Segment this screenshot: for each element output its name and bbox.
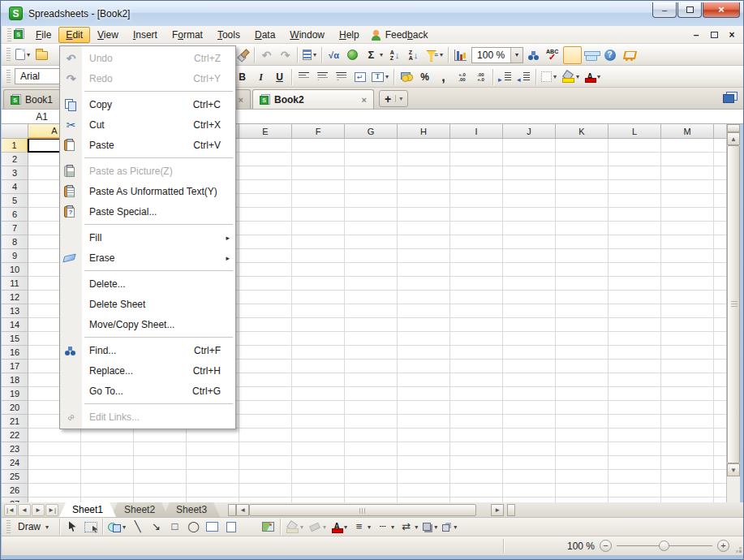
dash-style-button[interactable]: ┄▾ bbox=[373, 518, 397, 536]
autoshapes-button[interactable]: ▾ bbox=[105, 518, 128, 536]
chevron-down-icon[interactable]: ▾ bbox=[415, 523, 418, 531]
drawing-toolbar-grip[interactable] bbox=[6, 520, 11, 533]
row-header-4[interactable]: 4 bbox=[2, 180, 28, 194]
column-header-h[interactable]: H bbox=[398, 124, 450, 139]
row-header-3[interactable]: 3 bbox=[2, 166, 28, 180]
chevron-down-icon[interactable]: ▾ bbox=[395, 95, 402, 102]
column-header-e[interactable]: E bbox=[239, 124, 292, 139]
edit-menu-item-redo[interactable]: ↷RedoCtrl+Y bbox=[60, 68, 235, 88]
underline-button[interactable] bbox=[270, 68, 289, 86]
decrease-decimal-button[interactable]: .00 +.0 bbox=[471, 68, 490, 86]
row-header-17[interactable]: 17 bbox=[2, 360, 28, 373]
arrow-button[interactable]: ↘ bbox=[147, 518, 166, 536]
edit-menu-item-copy[interactable]: CopyCtrl+C bbox=[60, 94, 235, 114]
edit-menu-item-paste-special[interactable]: Paste Special... bbox=[60, 201, 235, 222]
new-workbook-tab-button[interactable]: + ▾ bbox=[379, 90, 408, 107]
align-right-button[interactable] bbox=[332, 68, 350, 86]
select-objects-button[interactable] bbox=[81, 518, 100, 536]
horizontal-split-handle[interactable] bbox=[228, 504, 236, 516]
row-header-16[interactable]: 16 bbox=[2, 346, 28, 360]
chevron-down-icon[interactable]: ▾ bbox=[385, 73, 389, 80]
sheet-tab-sheet1[interactable]: Sheet1 bbox=[59, 502, 116, 517]
row-header-11[interactable]: 11 bbox=[2, 277, 28, 291]
column-header-l[interactable]: L bbox=[609, 124, 661, 139]
column-header-i[interactable]: I bbox=[450, 124, 503, 139]
row-header-1[interactable]: 1 bbox=[2, 139, 28, 153]
insert-picture-button[interactable] bbox=[259, 518, 277, 536]
comma-style-button[interactable] bbox=[434, 68, 453, 86]
minimize-button[interactable]: – bbox=[652, 2, 677, 18]
first-sheet-button[interactable]: |◄ bbox=[4, 504, 17, 516]
chevron-down-icon[interactable]: ▾ bbox=[380, 51, 383, 58]
scroll-down-button[interactable]: ▼ bbox=[727, 463, 740, 476]
select-pointer-button[interactable] bbox=[62, 518, 81, 536]
chevron-down-icon[interactable]: ▾ bbox=[454, 523, 457, 531]
store-button[interactable] bbox=[619, 46, 638, 64]
row-height-button[interactable]: ▾ bbox=[300, 46, 319, 64]
currency-button[interactable] bbox=[397, 68, 415, 86]
new-document-button[interactable]: ▾ bbox=[13, 45, 32, 63]
menu-item-tools[interactable]: Tools bbox=[210, 27, 247, 43]
fill-color-button[interactable]: ▾ bbox=[559, 68, 582, 86]
column-header-n[interactable]: N bbox=[714, 124, 727, 139]
row-header-19[interactable]: 19 bbox=[2, 387, 28, 401]
zoom-combo[interactable]: 100 %▾ bbox=[471, 47, 523, 63]
rectangle-button[interactable]: □ bbox=[166, 518, 184, 536]
open-file-button[interactable] bbox=[32, 45, 51, 63]
undo-button[interactable]: ↶ bbox=[257, 46, 276, 64]
formula-button[interactable]: √α bbox=[325, 46, 343, 64]
oval-button[interactable]: ◯ bbox=[184, 518, 203, 536]
close-button[interactable]: × bbox=[703, 2, 740, 18]
menu-item-insert[interactable]: Insert bbox=[126, 27, 165, 43]
sort-descending-button[interactable] bbox=[404, 46, 423, 64]
row-header-26[interactable]: 26 bbox=[2, 484, 28, 498]
chevron-down-icon[interactable]: ▾ bbox=[344, 523, 347, 531]
row-header-6[interactable]: 6 bbox=[2, 208, 28, 222]
edit-menu-item-undo[interactable]: ↶UndoCtrl+Z bbox=[60, 48, 235, 68]
arrange-windows-icon[interactable] bbox=[723, 92, 738, 103]
row-header-20[interactable]: 20 bbox=[2, 401, 28, 415]
vertical-split-handle[interactable] bbox=[727, 124, 740, 132]
menu-item-file[interactable]: File bbox=[28, 27, 58, 43]
column-header-f[interactable]: F bbox=[292, 124, 345, 139]
text-box-button[interactable] bbox=[203, 518, 221, 536]
chevron-down-icon[interactable]: ▾ bbox=[368, 523, 371, 531]
previous-sheet-button[interactable]: ◄ bbox=[18, 504, 31, 516]
chevron-down-icon[interactable]: ▾ bbox=[553, 73, 557, 80]
autofilter-button[interactable]: ▾ bbox=[423, 46, 445, 64]
menu-item-view[interactable]: View bbox=[90, 27, 126, 43]
align-center-button[interactable] bbox=[313, 68, 332, 86]
chevron-down-icon[interactable]: ▾ bbox=[391, 523, 394, 531]
column-header-k[interactable]: K bbox=[556, 124, 609, 139]
row-header-15[interactable]: 15 bbox=[2, 332, 28, 346]
standard-toolbar-grip[interactable] bbox=[6, 48, 11, 61]
skins-button[interactable] bbox=[582, 46, 600, 64]
zoom-in-button[interactable]: + bbox=[717, 540, 729, 552]
resize-grip-icon[interactable] bbox=[739, 550, 742, 553]
menu-item-help[interactable]: Help bbox=[332, 27, 367, 43]
chevron-down-icon[interactable]: ▾ bbox=[510, 48, 523, 62]
row-header-10[interactable]: 10 bbox=[2, 263, 28, 277]
threed-button[interactable]: ▾ bbox=[440, 518, 459, 536]
decrease-indent-button[interactable] bbox=[514, 68, 533, 86]
increase-indent-button[interactable] bbox=[496, 68, 514, 86]
scroll-right-button[interactable]: ► bbox=[491, 504, 504, 516]
edit-menu-item-cut[interactable]: ✂CutCtrl+X bbox=[60, 114, 235, 135]
horizontal-scroll-thumb[interactable] bbox=[249, 504, 476, 516]
edit-menu-item-edit-links[interactable]: Edit Links... bbox=[60, 407, 235, 427]
percent-style-button[interactable] bbox=[415, 68, 434, 86]
italic-button[interactable] bbox=[252, 68, 270, 86]
zoom-slider-track[interactable] bbox=[617, 545, 712, 546]
row-header-24[interactable]: 24 bbox=[2, 456, 28, 470]
menu-item-edit[interactable]: Edit bbox=[58, 27, 90, 43]
menu-item-feedback[interactable]: Feedback bbox=[367, 28, 433, 42]
sheet-tab-sheet2[interactable]: Sheet2 bbox=[111, 502, 168, 517]
edit-menu-item-paste-as-unformatted-text-y[interactable]: Paste As Unformatted Text(Y) bbox=[60, 181, 235, 201]
autosum-button[interactable]: Σ▾ bbox=[362, 46, 385, 64]
column-header-g[interactable]: G bbox=[345, 124, 398, 139]
edit-menu-item-delete[interactable]: Delete... bbox=[60, 274, 235, 294]
row-header-5[interactable]: 5 bbox=[2, 194, 28, 208]
last-sheet-button[interactable]: ►| bbox=[45, 504, 58, 516]
edit-menu-item-find[interactable]: Find...Ctrl+F bbox=[60, 340, 235, 360]
help-button[interactable] bbox=[600, 46, 619, 64]
